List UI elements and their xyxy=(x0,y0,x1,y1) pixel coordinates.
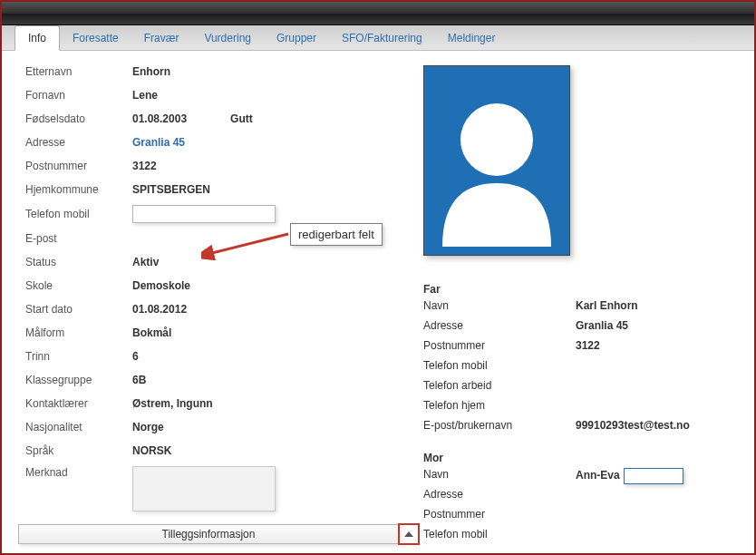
far-label-postnummer: Postnummer xyxy=(423,339,576,355)
tab-meldinger[interactable]: Meldinger xyxy=(435,26,509,50)
chevron-up-icon[interactable] xyxy=(404,531,413,537)
label-epost: E-post xyxy=(25,232,132,245)
value-postnummer: 3122 xyxy=(132,160,157,172)
window-titlebar xyxy=(2,2,754,25)
value-nasjonalitet: Norge xyxy=(132,421,164,433)
tooltip-editable-field: redigerbart felt xyxy=(290,223,383,246)
label-nasjonalitet: Nasjonalitet xyxy=(25,421,132,433)
label-hjemkommune: Hjemkommune xyxy=(25,183,132,196)
mor-value-navn: Ann-Eva xyxy=(576,468,683,484)
far-label-adresse: Adresse xyxy=(423,319,576,336)
value-kontaktlarer: Østrem, Ingunn xyxy=(132,397,213,410)
tab-vurdering[interactable]: Vurdering xyxy=(191,26,264,50)
tilleggsinformasjon-toggle[interactable]: Tilleggsinformasjon xyxy=(18,524,399,544)
far-heading: Far xyxy=(423,283,741,296)
value-trinn: 6 xyxy=(132,350,139,363)
tab-foresatte[interactable]: Foresatte xyxy=(60,26,131,50)
far-label-telefon-arbeid: Telefon arbeid xyxy=(423,379,576,395)
tab-strip: Info Foresatte Fravær Vurdering Grupper … xyxy=(2,25,754,51)
value-status: Aktiv xyxy=(132,256,159,268)
label-telefon-mobil: Telefon mobil xyxy=(25,208,132,220)
label-trinn: Trinn xyxy=(25,350,132,363)
far-value-navn: Karl Enhorn xyxy=(576,299,638,316)
tab-fravaer[interactable]: Fravær xyxy=(131,26,192,50)
student-photo xyxy=(423,65,570,256)
value-klassegruppe: 6B xyxy=(132,374,146,386)
telefon-mobil-input[interactable] xyxy=(132,205,276,223)
label-fodselsdato: Fødselsdato xyxy=(25,112,132,125)
far-value-adresse: Granlia 45 xyxy=(576,319,628,336)
label-kontaktlarer: Kontaktlærer xyxy=(25,397,132,410)
student-details: EtternavnEnhorn FornavnLene Fødselsdato0… xyxy=(25,63,415,519)
label-skole: Skole xyxy=(25,279,132,292)
label-sprak: Språk xyxy=(25,444,132,457)
mor-label-navn: Navn xyxy=(423,468,576,484)
far-label-telefon-hjem: Telefon hjem xyxy=(423,399,576,415)
value-startdato: 01.08.2012 xyxy=(132,303,187,316)
mor-label-telefon-mobil: Telefon mobil xyxy=(423,528,576,544)
value-malform: Bokmål xyxy=(132,326,171,339)
label-etternavn: Etternavn xyxy=(25,65,132,78)
value-etternavn: Enhorn xyxy=(132,65,170,78)
label-fornavn: Fornavn xyxy=(25,89,132,102)
tab-info[interactable]: Info xyxy=(15,25,60,51)
tab-sfo[interactable]: SFO/Fakturering xyxy=(329,26,435,50)
merknad-textarea[interactable] xyxy=(132,466,276,511)
guardians: Far NavnKarl Enhorn AdresseGranlia 45 Po… xyxy=(423,283,741,548)
mor-heading: Mor xyxy=(423,452,741,464)
label-merknad: Merknad xyxy=(25,466,132,479)
mor-label-postnummer: Postnummer xyxy=(423,508,576,524)
tab-grupper[interactable]: Grupper xyxy=(264,26,329,50)
tilleggsinformasjon-label: Tilleggsinformasjon xyxy=(162,528,256,540)
value-hjemkommune: SPITSBERGEN xyxy=(132,183,210,196)
label-status: Status xyxy=(25,256,132,268)
value-skole: Demoskole xyxy=(132,279,190,292)
mor-label-adresse: Adresse xyxy=(423,488,576,504)
label-malform: Målform xyxy=(25,326,132,339)
value-fornavn: Lene xyxy=(132,89,158,102)
label-adresse: Adresse xyxy=(25,136,132,149)
far-label-telefon-mobil: Telefon mobil xyxy=(423,359,576,375)
label-klassegruppe: Klassegruppe xyxy=(25,374,132,386)
far-label-epost: E-post/brukernavn xyxy=(423,419,576,435)
mor-navn-input[interactable] xyxy=(624,468,683,484)
value-fodselsdato: 01.08.2003 xyxy=(132,112,187,125)
value-kjonn: Gutt xyxy=(230,112,253,125)
expand-highlight xyxy=(398,523,420,545)
label-postnummer: Postnummer xyxy=(25,160,132,172)
value-sprak: NORSK xyxy=(132,444,171,457)
content-area: EtternavnEnhorn FornavnLene Fødselsdato0… xyxy=(2,51,754,553)
far-label-navn: Navn xyxy=(423,299,576,316)
avatar-placeholder-icon xyxy=(429,74,565,247)
value-adresse-link[interactable]: Granlia 45 xyxy=(132,136,185,149)
far-value-epost: 99910293test@test.no xyxy=(576,419,690,435)
label-startdato: Start dato xyxy=(25,303,132,316)
far-value-postnummer: 3122 xyxy=(576,339,600,355)
svg-point-1 xyxy=(460,103,533,176)
